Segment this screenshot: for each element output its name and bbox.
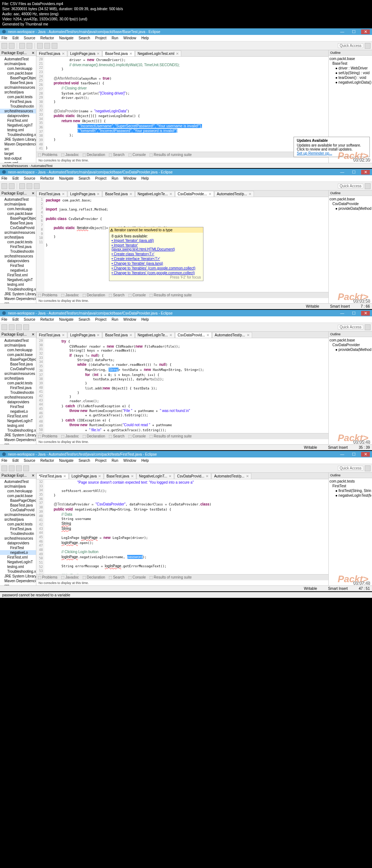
menu-file[interactable]: File <box>1 317 7 321</box>
tree-item[interactable]: FirstTest.java <box>0 385 36 390</box>
tree-item[interactable]: BaseTest.java <box>0 80 36 85</box>
menu-window[interactable]: Window <box>123 459 136 463</box>
quickfix-link[interactable]: • Create interface 'Iterator<T>' <box>112 256 201 261</box>
editor-tab[interactable]: *FirstTest.java✕ <box>36 473 69 479</box>
tree-item[interactable]: com.herokuapp <box>0 66 36 71</box>
bottom-tab[interactable]: ⬚ Results of running suite <box>149 293 191 297</box>
menu-file[interactable]: File <box>1 176 7 180</box>
editor-tab[interactable]: FirstTest.java✕ <box>36 191 67 197</box>
outline-item[interactable]: ● driver : WebDriver <box>329 66 371 71</box>
tree-item[interactable]: CsvDataProvid <box>0 225 36 230</box>
tree-item[interactable]: FirstTest <box>0 263 36 268</box>
close-tab-icon[interactable]: ✕ <box>169 192 172 196</box>
debug-icon[interactable] <box>19 43 25 49</box>
tree-item[interactable]: src/test/java <box>0 376 36 381</box>
tree-item[interactable]: com.packt.base <box>0 211 36 216</box>
bottom-tab[interactable]: ⬚ Search <box>109 293 124 297</box>
editor-tab[interactable]: BaseTest.java✕ <box>102 51 134 56</box>
tree-item[interactable]: com.herokuapp <box>0 489 36 493</box>
tree-item[interactable]: AutomatedTest <box>0 57 36 61</box>
bottom-tab[interactable]: ⬚ Problems <box>38 153 57 157</box>
tree-item[interactable]: src/main/resources <box>0 371 36 376</box>
editor-tab[interactable]: CsvDataProvid...✕ <box>175 332 212 338</box>
menu-help[interactable]: Help <box>141 459 149 463</box>
bottom-tab[interactable]: ⬚ Problems <box>38 434 57 438</box>
close-tab-icon[interactable]: ✕ <box>62 333 65 337</box>
tree-item[interactable]: BasePageObjec <box>0 498 36 503</box>
tree-item[interactable]: src/main/java <box>0 484 36 489</box>
tree-item[interactable]: JRE System Library [J <box>0 433 36 437</box>
outline-item[interactable]: com.packt.base <box>329 338 371 343</box>
tree-item[interactable]: BaseTest.java <box>0 362 36 367</box>
bottom-tab[interactable]: ⬚ Declaration <box>82 575 105 579</box>
menu-edit[interactable]: Edit <box>12 317 19 321</box>
tree-item[interactable]: Troubleshootin <box>0 104 36 109</box>
tree-item[interactable]: src/main/java <box>0 343 36 348</box>
tree-item[interactable]: Troubleshooting.x <box>0 287 36 292</box>
close-tab-icon[interactable]: ✕ <box>129 52 132 56</box>
tree-item[interactable]: NegativeLogInT <box>0 277 36 282</box>
close-tab-icon[interactable]: ✕ <box>97 192 100 196</box>
editor-tab[interactable]: LogInPage.java✕ <box>69 473 104 479</box>
bottom-tab[interactable]: ⬚ Console <box>128 434 146 438</box>
tree-item[interactable]: src/main/java <box>0 61 36 66</box>
tree-item[interactable]: testng.xml <box>0 128 36 132</box>
tree-item[interactable]: src/test/java <box>0 90 36 95</box>
new-icon[interactable] <box>1 43 7 49</box>
close-tab-icon[interactable]: ✕ <box>248 192 251 196</box>
menu-search[interactable]: Search <box>78 317 90 321</box>
bottom-tab[interactable]: ⬚ Search <box>109 434 124 438</box>
menu-help[interactable]: Help <box>141 317 149 321</box>
outline-item[interactable]: ● tearDown() : void <box>329 75 371 80</box>
menu-navigate[interactable]: Navigate <box>59 459 73 463</box>
code-editor[interactable]: "Page source doesn't contain expected te… <box>44 479 328 574</box>
editor-tab[interactable]: LogInPage.java✕ <box>68 51 102 56</box>
menu-window[interactable]: Window <box>123 317 136 321</box>
quickfix-link[interactable]: • Change to 'Iterable' (java.lang) <box>112 261 201 266</box>
tree-item[interactable]: FirstTest <box>0 404 36 409</box>
tree-item[interactable]: CsvDataProvid <box>0 508 36 512</box>
outline-item[interactable]: com.packt.base <box>329 56 371 61</box>
tree-item[interactable]: FirstTest.java <box>0 527 36 531</box>
menu-search[interactable]: Search <box>78 459 90 463</box>
bottom-tab[interactable]: ⬚ Results of running suite <box>149 575 191 579</box>
tree-item[interactable]: JRE System Library [J <box>0 574 36 579</box>
close-button[interactable]: ✕ <box>361 170 370 175</box>
menu-run[interactable]: Run <box>112 459 118 463</box>
tree-item[interactable]: FirstTest.xml <box>0 273 36 277</box>
tree-item[interactable]: JRE System Library [J <box>0 292 36 296</box>
bottom-tab[interactable]: ⬚ Console <box>128 575 146 579</box>
menu-source[interactable]: Source <box>24 176 35 180</box>
close-tab-icon[interactable]: ✕ <box>206 333 209 337</box>
tree-item[interactable]: src/test/resources <box>0 109 36 113</box>
bottom-tab[interactable]: ⬚ Problems <box>38 293 57 297</box>
tree-item[interactable]: AutomatedTest <box>0 197 36 202</box>
menu-project[interactable]: Project <box>95 317 106 321</box>
tree-item[interactable]: Maven Dependencies <box>0 296 36 301</box>
menu-file[interactable]: File <box>1 36 7 40</box>
quickfix-link[interactable]: • Change to 'Iterables' (com.google.comm… <box>112 266 201 271</box>
bottom-tab[interactable]: ⬚ Search <box>109 575 124 579</box>
tree-item[interactable]: Troubleshootin <box>0 390 36 395</box>
tree-item[interactable]: testng.xml <box>0 564 36 569</box>
tree-item[interactable]: BasePageObjec <box>0 357 36 362</box>
tree-item[interactable]: com.packt.tests <box>0 240 36 244</box>
close-tab-icon[interactable]: ✕ <box>63 474 66 478</box>
close-tab-icon[interactable]: ✕ <box>169 333 172 337</box>
bottom-tab[interactable]: ⬚ Javadoc <box>61 293 79 297</box>
tree-item[interactable]: test-output <box>0 156 36 161</box>
menu-refactor[interactable]: Refactor <box>40 317 54 321</box>
menu-edit[interactable]: Edit <box>12 176 19 180</box>
menu-help[interactable]: Help <box>141 176 149 180</box>
close-tab-icon[interactable]: ✕ <box>206 474 209 478</box>
menu-search[interactable]: Search <box>78 36 90 40</box>
close-tab-icon[interactable]: ✕ <box>129 192 132 196</box>
menu-project[interactable]: Project <box>95 36 106 40</box>
tree-item[interactable]: BaseTest.java <box>0 503 36 508</box>
tree-item[interactable]: com.packt.tests <box>0 95 36 99</box>
bottom-tab[interactable]: ⬚ Declaration <box>82 153 105 157</box>
tree-item[interactable]: Troubleshooting.xr <box>0 132 36 137</box>
tree-item[interactable]: pom.xml <box>0 161 36 163</box>
perspective-icon[interactable] <box>365 43 371 49</box>
maximize-button[interactable]: ☐ <box>349 170 358 175</box>
